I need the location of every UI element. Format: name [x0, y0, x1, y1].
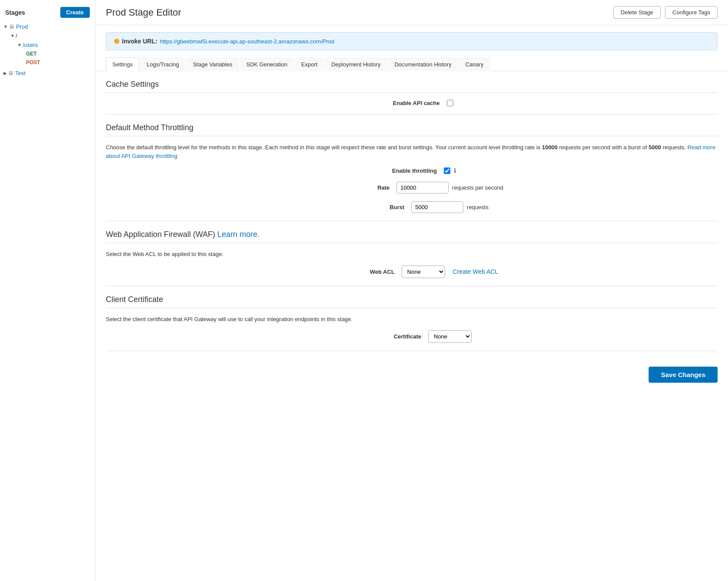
sidebar-item-users[interactable]: ▼ /users [0, 40, 95, 49]
main-header: Prod Stage Editor Delete Stage Configure… [95, 0, 728, 25]
enable-throttling-label: Enable throttling [367, 167, 437, 174]
stage-icon: 🖥 [9, 23, 14, 30]
client-cert-title: Client Certificate [106, 295, 718, 308]
enable-throttling-checkbox[interactable] [444, 167, 450, 174]
test-label: Test [15, 70, 26, 76]
tab-sdk-generation[interactable]: SDK Generation [239, 57, 294, 71]
prod-label: Prod [16, 23, 28, 30]
waf-learn-more-link[interactable]: Learn more. [217, 230, 259, 239]
page-title: Prod Stage Editor [106, 7, 181, 18]
sidebar-title: Stages [5, 9, 25, 16]
tabs-container: Settings Logs/Tracing Stage Variables SD… [95, 57, 728, 71]
delete-stage-button[interactable]: Delete Stage [613, 6, 661, 19]
stage-icon: 🖥 [8, 70, 13, 76]
enable-api-cache-label: Enable API cache [371, 100, 440, 106]
enable-api-cache-checkbox[interactable] [447, 100, 453, 106]
rate-input[interactable] [397, 182, 449, 194]
waf-title: Web Application Firewall (WAF) Learn mor… [106, 230, 718, 243]
sidebar: Stages Create ▼ 🖥 Prod ▼ / ▼ /users GET … [0, 0, 95, 581]
burst-label: Burst [335, 204, 404, 210]
enable-throttling-row: Enable throttling ℹ [106, 167, 718, 174]
sidebar-item-test[interactable]: ▶ 🖥 Test [0, 69, 95, 78]
enable-api-cache-row: Enable API cache [106, 100, 718, 106]
cache-settings-section: Cache Settings Enable API cache [106, 80, 718, 106]
caret-icon: ▼ [10, 33, 15, 38]
settings-content: Cache Settings Enable API cache Default … [95, 71, 728, 581]
burst-input[interactable] [411, 201, 463, 213]
main-content: Prod Stage Editor Delete Stage Configure… [95, 0, 728, 581]
tab-settings[interactable]: Settings [106, 57, 139, 71]
invoke-label: Invoke URL: [122, 38, 157, 45]
invoke-url-link[interactable]: https://gbeebmwl5i.execute-api.ap-southe… [160, 38, 334, 45]
throttling-section: Default Method Throttling Choose the def… [106, 123, 718, 213]
get-label: GET [26, 51, 37, 57]
sidebar-item-get[interactable]: GET [23, 49, 95, 58]
root-label: / [16, 33, 17, 39]
sidebar-item-prod[interactable]: ▼ 🖥 Prod [0, 22, 95, 31]
cache-settings-title: Cache Settings [106, 80, 718, 93]
info-icon: ℹ [454, 167, 456, 174]
client-cert-section: Client Certificate Select the client cer… [106, 295, 718, 343]
configure-tags-button[interactable]: Configure Tags [665, 6, 718, 19]
tab-deployment-history[interactable]: Deployment History [325, 57, 387, 71]
sidebar-item-post[interactable]: POST [23, 58, 95, 67]
header-actions: Delete Stage Configure Tags [613, 6, 718, 19]
burst-row: Burst requests [106, 201, 718, 213]
save-changes-button[interactable]: Save Changes [649, 367, 718, 383]
create-web-acl-link[interactable]: Create Web ACL [453, 268, 498, 275]
tab-canary[interactable]: Canary [459, 57, 490, 71]
certificate-select[interactable]: None [428, 330, 472, 343]
caret-icon: ▶ [3, 71, 7, 75]
invoke-dot-icon [114, 39, 119, 44]
save-area: Save Changes [106, 358, 718, 386]
tab-documentation-history[interactable]: Documentation History [388, 57, 458, 71]
web-acl-label: Web ACL [325, 269, 395, 275]
certificate-label: Certificate [352, 333, 421, 340]
post-label: POST [26, 59, 40, 66]
caret-icon: ▼ [17, 43, 22, 47]
users-label: /users [23, 42, 38, 48]
rate-unit: requests per second [452, 184, 503, 191]
tab-export[interactable]: Export [295, 57, 324, 71]
client-cert-desc: Select the client certificate that API G… [106, 315, 718, 324]
sidebar-header: Stages Create [0, 5, 95, 22]
waf-section: Web Application Firewall (WAF) Learn mor… [106, 230, 718, 278]
waf-desc: Select the Web ACL to be applied to this… [106, 250, 718, 259]
caret-icon: ▼ [3, 24, 8, 29]
rate-row: Rate requests per second [106, 182, 718, 194]
rate-label: Rate [320, 184, 390, 191]
certificate-row: Certificate None [106, 330, 718, 343]
tab-stage-variables[interactable]: Stage Variables [187, 57, 239, 71]
sidebar-item-root[interactable]: ▼ / [0, 31, 95, 40]
invoke-url-bar: Invoke URL: https://gbeebmwl5i.execute-a… [106, 32, 718, 50]
throttling-title: Default Method Throttling [106, 123, 718, 136]
burst-unit: requests [467, 204, 489, 210]
web-acl-select[interactable]: None [402, 266, 445, 278]
create-button[interactable]: Create [60, 7, 90, 18]
tab-logs-tracing[interactable]: Logs/Tracing [140, 57, 186, 71]
web-acl-row: Web ACL None Create Web ACL [106, 266, 718, 278]
throttling-desc: Choose the default throttling level for … [106, 143, 718, 160]
